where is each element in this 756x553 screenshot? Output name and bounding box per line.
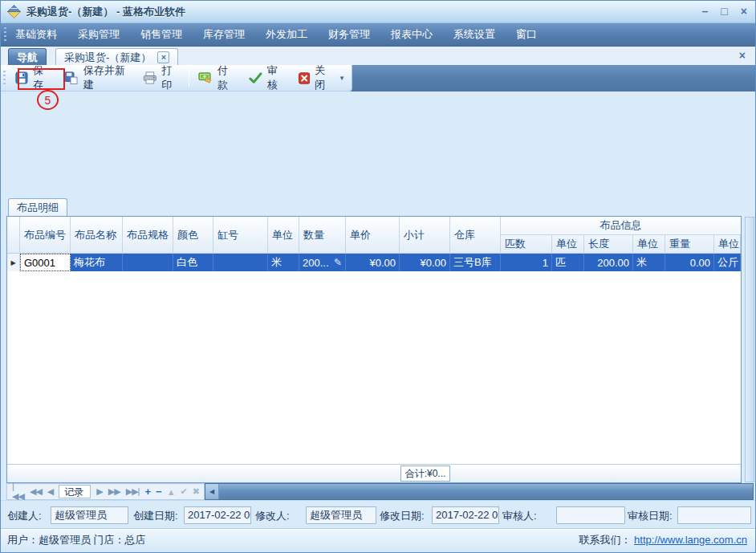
cell-unit[interactable]: 米 [268, 254, 299, 271]
save-and-new-button[interactable]: 保存并新建 [58, 67, 136, 89]
cell-name[interactable]: 梅花布 [71, 254, 123, 271]
tabstrip-close-icon[interactable]: × [739, 49, 746, 62]
close-doc-button[interactable]: 关闭 ▼ [292, 67, 352, 89]
col-header-weight-unit[interactable]: 单位 [714, 235, 741, 253]
cell-weight-unit[interactable]: 公斤 [714, 254, 741, 271]
tab-close-icon[interactable]: × [157, 51, 169, 63]
col-header-length-unit[interactable]: 单位 [633, 235, 665, 253]
edit-pencil-icon: ✎ [334, 257, 342, 268]
close-dropdown-icon[interactable]: ▼ [339, 75, 345, 82]
menu-outsourcing[interactable]: 外发加工 [266, 27, 307, 42]
cell-qty-value: 200... [303, 257, 329, 269]
minimize-button[interactable]: – [702, 4, 709, 18]
close-red-icon [299, 71, 310, 85]
cell-weight[interactable]: 0.00 [665, 254, 714, 271]
col-header-color[interactable]: 颜色 [173, 217, 213, 253]
col-header-unit[interactable]: 单位 [268, 217, 299, 253]
grid-indicator-header [7, 217, 20, 253]
cell-pcs-unit[interactable]: 匹 [552, 254, 584, 271]
tab-fabric-detail-label: 布品明细 [17, 201, 59, 215]
nav-delete-button[interactable]: − [156, 486, 161, 498]
cell-length[interactable]: 200.00 [584, 254, 633, 271]
audit-info-band: 创建人: 超级管理员 创建日期: 2017-02-22 09 修改人: 超级管理… [1, 500, 755, 529]
col-header-pcs[interactable]: 匹数 [501, 235, 552, 253]
tab-fabric-detail[interactable]: 布品明细 [8, 198, 67, 216]
col-header-pcs-unit[interactable]: 单位 [552, 235, 584, 253]
maximize-button[interactable]: □ [721, 4, 727, 18]
menu-sales[interactable]: 销售管理 [140, 27, 182, 42]
menu-base-data[interactable]: 基础资料 [15, 27, 57, 42]
menu-finance[interactable]: 财务管理 [328, 27, 370, 42]
col-header-warehouse[interactable]: 仓库 [450, 217, 501, 253]
nav-prior-page-button[interactable]: ◀◀ [30, 486, 42, 497]
col-group-label[interactable]: 布品信息 [501, 217, 741, 235]
nav-post-button[interactable]: ✔ [181, 486, 187, 497]
grid-horizontal-scrollbar[interactable]: ◀ [205, 483, 754, 500]
nav-cancel-button[interactable]: ✖ [193, 486, 199, 497]
menu-purchase[interactable]: 采购管理 [78, 27, 120, 42]
navigator-row: |◀◀ ◀◀ ◀ 记录1/1 ▶ ▶▶ ▶▶| + − ▲ ✔ ✖ ◀ [6, 483, 754, 500]
cell-subtotal[interactable]: ¥0.00 [400, 254, 450, 271]
cell-spec[interactable] [123, 254, 173, 271]
nav-insert-button[interactable]: + [144, 486, 150, 498]
pay-button[interactable]: 付款 [192, 67, 242, 89]
created-by-label: 创建人: [7, 507, 42, 525]
menu-reports[interactable]: 报表中心 [391, 27, 433, 42]
menu-inventory[interactable]: 库存管理 [203, 27, 245, 42]
app-window: 采购退货-（新建） - 蓝格布业软件 – □ × 基础资料 采购管理 销售管理 … [0, 0, 756, 553]
col-header-code[interactable]: 布品编号 [20, 217, 71, 253]
modified-by-label: 修改人: [255, 507, 290, 525]
app-logo-icon [7, 5, 21, 18]
nav-last-button[interactable]: ▶▶| [126, 486, 140, 497]
window-title: 采购退货-（新建） - 蓝格布业软件 [26, 5, 185, 19]
contact-label: 联系我们： [579, 534, 631, 546]
menu-settings[interactable]: 系统设置 [453, 27, 495, 42]
grid-header: 布品编号 布品名称 布品规格 颜色 缸号 单位 数量 单价 小计 仓库 布品信息… [7, 217, 741, 254]
record-counter: 记录1/1 [59, 485, 91, 498]
save-and-new-label: 保存并新建 [83, 63, 130, 92]
status-user-store: 用户：超级管理员 门店：总店 [7, 533, 146, 547]
col-header-weight[interactable]: 重量 [665, 235, 714, 253]
menu-window[interactable]: 窗口 [516, 27, 537, 42]
save-and-new-icon [64, 71, 79, 85]
cell-code[interactable]: G0001 [20, 254, 71, 271]
audit-by-field [556, 506, 625, 524]
col-header-name[interactable]: 布品名称 [71, 217, 123, 253]
cell-color[interactable]: 白色 [173, 254, 213, 271]
nav-next-button[interactable]: ▶ [96, 486, 102, 497]
nav-edit-button[interactable]: ▲ [167, 487, 175, 497]
nav-next-page-button[interactable]: ▶▶ [108, 486, 120, 497]
col-header-spec[interactable]: 布品规格 [123, 217, 173, 253]
hscroll-left-arrow-icon[interactable]: ◀ [205, 484, 219, 499]
cell-dyelot[interactable] [213, 254, 268, 271]
nav-first-button[interactable]: |◀◀ [12, 482, 24, 502]
close-doc-button-label: 关闭 [315, 63, 332, 92]
grid-footer: 合计:¥0... [7, 464, 741, 482]
order-header-form: 退货单号: CT17020002 退货日期: 2017-02-22 09:20:… [1, 91, 755, 194]
col-header-qty[interactable]: 数量 [299, 217, 346, 253]
cell-qty[interactable]: 200... ✎ [299, 254, 346, 271]
table-row[interactable]: ▶ G0001 梅花布 白色 米 200... ✎ ¥0.00 ¥0.00 三号… [7, 254, 741, 271]
website-link[interactable]: http://www.lange.com.cn [634, 534, 747, 546]
tab-purchase-return-label: 采购退货-（新建） [64, 51, 151, 65]
cell-warehouse[interactable]: 三号B库 [450, 254, 501, 271]
footer-total: 合计:¥0... [400, 466, 450, 482]
col-header-dyelot[interactable]: 缸号 [213, 217, 268, 253]
col-header-price[interactable]: 单价 [346, 217, 400, 253]
print-button[interactable]: 打印 [136, 67, 187, 89]
cell-length-unit[interactable]: 米 [633, 254, 665, 271]
printer-icon [143, 71, 157, 85]
close-window-button[interactable]: × [741, 4, 747, 18]
col-header-length[interactable]: 长度 [584, 235, 633, 253]
col-header-subtotal[interactable]: 小计 [400, 217, 450, 253]
nav-prior-button[interactable]: ◀ [47, 486, 53, 497]
tab-navigation-label: 导航 [17, 51, 38, 65]
record-navigator: |◀◀ ◀◀ ◀ 记录1/1 ▶ ▶▶ ▶▶| + − ▲ ✔ ✖ [6, 483, 205, 500]
audit-button[interactable]: 审核 [242, 67, 292, 89]
cell-pcs[interactable]: 1 [501, 254, 552, 271]
cell-price[interactable]: ¥0.00 [346, 254, 400, 271]
grid-vertical-scrollbar[interactable] [745, 217, 754, 482]
row-indicator-icon: ▶ [7, 254, 20, 271]
audit-check-icon [249, 71, 262, 85]
status-bar: 用户：超级管理员 门店：总店 联系我们： http://www.lange.co… [1, 529, 755, 553]
